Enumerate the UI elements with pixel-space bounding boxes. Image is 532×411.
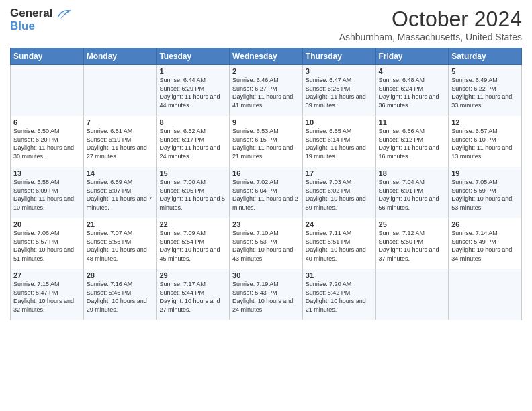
day-info: Sunrise: 6:56 AMSunset: 6:12 PMDaylight:…: [379, 127, 446, 161]
calendar-cell: [83, 65, 157, 116]
calendar-week-row: 20Sunrise: 7:06 AMSunset: 5:57 PMDayligh…: [11, 218, 522, 269]
day-number: 31: [306, 271, 373, 279]
calendar-cell: 31Sunrise: 7:20 AMSunset: 5:42 PMDayligh…: [302, 269, 375, 320]
header-row: Sunday Monday Tuesday Wednesday Thursday…: [11, 48, 522, 65]
calendar-week-row: 13Sunrise: 6:58 AMSunset: 6:09 PMDayligh…: [11, 167, 522, 218]
location-subtitle: Ashburnham, Massachusetts, United States: [339, 32, 522, 42]
calendar-cell: 19Sunrise: 7:05 AMSunset: 5:59 PMDayligh…: [449, 167, 522, 218]
calendar-cell: 23Sunrise: 7:10 AMSunset: 5:53 PMDayligh…: [230, 218, 303, 269]
day-info: Sunrise: 7:06 AMSunset: 5:57 PMDaylight:…: [13, 229, 81, 263]
day-info: Sunrise: 7:15 AMSunset: 5:47 PMDaylight:…: [13, 280, 81, 314]
day-info: Sunrise: 7:14 AMSunset: 5:49 PMDaylight:…: [451, 229, 519, 263]
logo: General Blue: [10, 7, 71, 32]
calendar-cell: 24Sunrise: 7:11 AMSunset: 5:51 PMDayligh…: [302, 218, 375, 269]
day-info: Sunrise: 6:59 AMSunset: 6:07 PMDaylight:…: [87, 178, 154, 212]
day-number: 15: [159, 169, 226, 177]
calendar-week-row: 1Sunrise: 6:44 AMSunset: 6:29 PMDaylight…: [11, 65, 522, 116]
day-number: 5: [451, 67, 519, 75]
day-info: Sunrise: 6:46 AMSunset: 6:27 PMDaylight:…: [232, 76, 300, 109]
calendar-cell: [449, 269, 522, 320]
day-info: Sunrise: 6:53 AMSunset: 6:15 PMDaylight:…: [232, 127, 300, 161]
calendar-cell: 8Sunrise: 6:52 AMSunset: 6:17 PMDaylight…: [157, 116, 230, 167]
day-number: 24: [306, 220, 373, 228]
day-info: Sunrise: 7:04 AMSunset: 6:01 PMDaylight:…: [379, 178, 446, 212]
calendar-cell: 13Sunrise: 6:58 AMSunset: 6:09 PMDayligh…: [11, 167, 84, 218]
logo-blue: Blue: [10, 20, 35, 33]
day-info: Sunrise: 7:16 AMSunset: 5:46 PMDaylight:…: [87, 280, 154, 314]
day-info: Sunrise: 6:55 AMSunset: 6:14 PMDaylight:…: [306, 127, 373, 161]
day-info: Sunrise: 6:47 AMSunset: 6:26 PMDaylight:…: [306, 76, 373, 109]
calendar-cell: 27Sunrise: 7:15 AMSunset: 5:47 PMDayligh…: [11, 269, 84, 320]
day-info: Sunrise: 7:10 AMSunset: 5:53 PMDaylight:…: [232, 229, 300, 263]
day-info: Sunrise: 7:11 AMSunset: 5:51 PMDaylight:…: [306, 229, 373, 263]
calendar-cell: [11, 65, 84, 116]
day-info: Sunrise: 7:05 AMSunset: 5:59 PMDaylight:…: [451, 178, 519, 212]
day-number: 7: [87, 118, 154, 126]
day-number: 2: [232, 67, 300, 75]
day-info: Sunrise: 6:49 AMSunset: 6:22 PMDaylight:…: [451, 76, 519, 109]
calendar-cell: 25Sunrise: 7:12 AMSunset: 5:50 PMDayligh…: [375, 218, 449, 269]
day-info: Sunrise: 6:52 AMSunset: 6:17 PMDaylight:…: [159, 127, 226, 161]
day-number: 11: [379, 118, 446, 126]
day-info: Sunrise: 7:12 AMSunset: 5:50 PMDaylight:…: [379, 229, 446, 263]
header: General Blue October 2024 Ashburnham, Ma…: [10, 7, 522, 42]
calendar-week-row: 6Sunrise: 6:50 AMSunset: 6:20 PMDaylight…: [11, 116, 522, 167]
day-info: Sunrise: 6:48 AMSunset: 6:24 PMDaylight:…: [379, 76, 446, 109]
calendar-cell: 14Sunrise: 6:59 AMSunset: 6:07 PMDayligh…: [83, 167, 157, 218]
day-number: 28: [87, 271, 154, 279]
day-info: Sunrise: 7:19 AMSunset: 5:43 PMDaylight:…: [232, 280, 300, 314]
calendar-cell: 17Sunrise: 7:03 AMSunset: 6:02 PMDayligh…: [302, 167, 375, 218]
calendar-cell: 30Sunrise: 7:19 AMSunset: 5:43 PMDayligh…: [230, 269, 303, 320]
day-number: 10: [306, 118, 373, 126]
col-friday: Friday: [375, 48, 449, 65]
col-tuesday: Tuesday: [157, 48, 230, 65]
col-wednesday: Wednesday: [230, 48, 303, 65]
col-monday: Monday: [83, 48, 157, 65]
day-info: Sunrise: 6:58 AMSunset: 6:09 PMDaylight:…: [13, 178, 81, 212]
day-number: 17: [306, 169, 373, 177]
day-info: Sunrise: 6:50 AMSunset: 6:20 PMDaylight:…: [13, 127, 81, 161]
day-info: Sunrise: 6:57 AMSunset: 6:10 PMDaylight:…: [451, 127, 519, 161]
calendar-cell: 11Sunrise: 6:56 AMSunset: 6:12 PMDayligh…: [375, 116, 449, 167]
day-info: Sunrise: 6:44 AMSunset: 6:29 PMDaylight:…: [159, 76, 226, 109]
calendar-cell: 20Sunrise: 7:06 AMSunset: 5:57 PMDayligh…: [11, 218, 84, 269]
day-number: 27: [13, 271, 81, 279]
day-number: 20: [13, 220, 81, 228]
calendar-cell: 4Sunrise: 6:48 AMSunset: 6:24 PMDaylight…: [375, 65, 449, 116]
day-info: Sunrise: 7:02 AMSunset: 6:04 PMDaylight:…: [232, 178, 300, 212]
calendar-week-row: 27Sunrise: 7:15 AMSunset: 5:47 PMDayligh…: [11, 269, 522, 320]
calendar-cell: 15Sunrise: 7:00 AMSunset: 6:05 PMDayligh…: [157, 167, 230, 218]
col-thursday: Thursday: [302, 48, 375, 65]
calendar-cell: 5Sunrise: 6:49 AMSunset: 6:22 PMDaylight…: [449, 65, 522, 116]
calendar-cell: 10Sunrise: 6:55 AMSunset: 6:14 PMDayligh…: [302, 116, 375, 167]
day-info: Sunrise: 7:03 AMSunset: 6:02 PMDaylight:…: [306, 178, 373, 212]
calendar-cell: 3Sunrise: 6:47 AMSunset: 6:26 PMDaylight…: [302, 65, 375, 116]
calendar-cell: 1Sunrise: 6:44 AMSunset: 6:29 PMDaylight…: [157, 65, 230, 116]
day-number: 21: [87, 220, 154, 228]
calendar-cell: 9Sunrise: 6:53 AMSunset: 6:15 PMDaylight…: [230, 116, 303, 167]
day-number: 3: [306, 67, 373, 75]
day-number: 18: [379, 169, 446, 177]
logo-bird-icon: [56, 8, 71, 20]
calendar-cell: 6Sunrise: 6:50 AMSunset: 6:20 PMDaylight…: [11, 116, 84, 167]
calendar-cell: 2Sunrise: 6:46 AMSunset: 6:27 PMDaylight…: [230, 65, 303, 116]
day-number: 9: [232, 118, 300, 126]
day-info: Sunrise: 7:17 AMSunset: 5:44 PMDaylight:…: [159, 280, 226, 314]
calendar-cell: 29Sunrise: 7:17 AMSunset: 5:44 PMDayligh…: [157, 269, 230, 320]
day-number: 29: [159, 271, 226, 279]
calendar-cell: 26Sunrise: 7:14 AMSunset: 5:49 PMDayligh…: [449, 218, 522, 269]
day-number: 6: [13, 118, 81, 126]
day-number: 8: [159, 118, 226, 126]
calendar-cell: 12Sunrise: 6:57 AMSunset: 6:10 PMDayligh…: [449, 116, 522, 167]
day-number: 25: [379, 220, 446, 228]
calendar-table: Sunday Monday Tuesday Wednesday Thursday…: [10, 48, 522, 320]
day-number: 26: [451, 220, 519, 228]
day-number: 22: [159, 220, 226, 228]
day-number: 13: [13, 169, 81, 177]
calendar-page: General Blue October 2024 Ashburnham, Ma…: [0, 0, 532, 411]
calendar-cell: [375, 269, 449, 320]
day-info: Sunrise: 6:51 AMSunset: 6:19 PMDaylight:…: [87, 127, 154, 161]
col-saturday: Saturday: [449, 48, 522, 65]
day-number: 23: [232, 220, 300, 228]
calendar-cell: 22Sunrise: 7:09 AMSunset: 5:54 PMDayligh…: [157, 218, 230, 269]
